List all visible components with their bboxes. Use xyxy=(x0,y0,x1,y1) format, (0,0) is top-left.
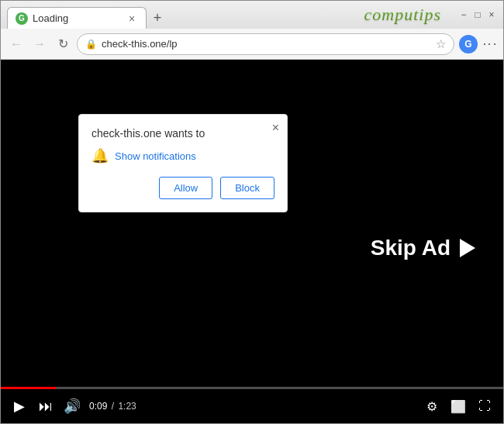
video-controls: ▶ ⏭ 🔊 0:09 / 1:23 ⚙ ⬜ ⛶ xyxy=(1,389,503,423)
content-area: Skip Ad ▶ ⏭ 🔊 0:09 / 1:23 ⚙ ⬜ ⛶ xyxy=(1,60,503,423)
maximize-button[interactable]: □ xyxy=(472,9,483,20)
forward-button[interactable]: → xyxy=(30,35,49,53)
time-total: 1:23 xyxy=(118,401,136,412)
minimize-button[interactable]: − xyxy=(458,9,469,20)
bookmark-icon[interactable]: ☆ xyxy=(436,37,446,51)
tab-favicon: G xyxy=(16,12,28,25)
title-bar: G Loading × + computips − □ × xyxy=(1,1,503,29)
url-bar[interactable]: 🔒 check-this.one/lp ☆ xyxy=(77,33,454,55)
time-display: 0:09 / 1:23 xyxy=(89,401,136,412)
reload-button[interactable]: ↻ xyxy=(54,35,72,53)
new-tab-button[interactable]: + xyxy=(147,7,168,29)
active-tab[interactable]: G Loading × xyxy=(7,7,147,29)
volume-button[interactable]: 🔊 xyxy=(63,397,81,415)
tab-label: Loading xyxy=(33,12,68,24)
fullscreen-button[interactable]: ⛶ xyxy=(475,397,494,415)
lock-icon: 🔒 xyxy=(85,39,97,50)
popup-close-button[interactable]: × xyxy=(272,121,279,135)
profile-icon[interactable]: G xyxy=(459,35,478,53)
show-notifications-text: Show notifications xyxy=(115,150,196,162)
tab-strip: G Loading × + xyxy=(7,1,450,29)
skip-ad-button[interactable]: Skip Ad xyxy=(355,226,491,270)
address-bar: ← → ↻ 🔒 check-this.one/lp ☆ G ⋮ xyxy=(1,29,503,60)
time-current: 0:09 xyxy=(89,401,107,412)
allow-button[interactable]: Allow xyxy=(159,177,212,199)
notification-popup: × check-this.one wants to 🔔 Show notific… xyxy=(78,114,288,212)
tab-close-button[interactable]: × xyxy=(126,12,138,25)
theatre-mode-button[interactable]: ⬜ xyxy=(449,397,468,415)
browser-menu-button[interactable]: ⋮ xyxy=(482,36,499,51)
notification-row: 🔔 Show notifications xyxy=(91,147,274,164)
time-separator: / xyxy=(112,401,114,412)
browser-window: G Loading × + computips − □ × ← → ↻ 🔒 ch… xyxy=(0,0,504,424)
skip-button[interactable]: ⏭ xyxy=(36,397,55,415)
bell-icon: 🔔 xyxy=(91,147,109,164)
close-button[interactable]: × xyxy=(486,9,497,20)
popup-title: check-this.one wants to xyxy=(91,127,274,140)
popup-buttons: Allow Block xyxy=(91,177,274,199)
url-text: check-this.one/lp xyxy=(102,38,431,50)
video-player: Skip Ad ▶ ⏭ 🔊 0:09 / 1:23 ⚙ ⬜ ⛶ xyxy=(1,60,503,423)
block-button[interactable]: Block xyxy=(220,177,274,199)
skip-arrow-icon xyxy=(457,239,475,257)
skip-ad-label: Skip Ad xyxy=(371,236,450,260)
window-controls: − □ × xyxy=(458,9,497,20)
play-button[interactable]: ▶ xyxy=(10,397,29,415)
settings-button[interactable]: ⚙ xyxy=(423,397,441,415)
back-button[interactable]: ← xyxy=(7,35,26,53)
